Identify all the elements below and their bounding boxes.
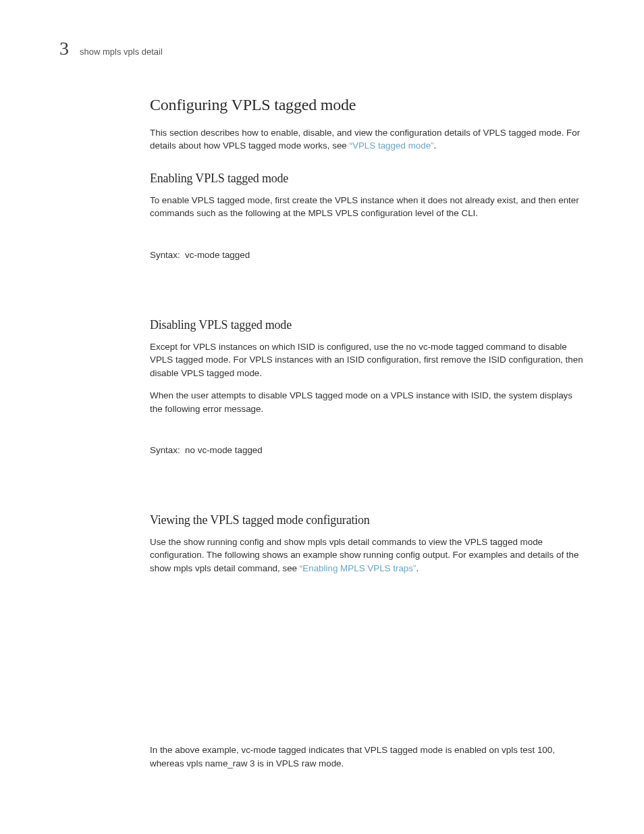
viewing-title: Viewing the VPLS tagged mode configurati… — [150, 513, 585, 527]
chapter-number: 3 — [59, 38, 69, 59]
vpls-tagged-mode-link[interactable]: “VPLS tagged mode” — [350, 140, 434, 151]
section-intro: This section describes how to enable, di… — [150, 126, 585, 153]
enabling-para: To enable VPLS tagged mode, first create… — [150, 194, 585, 220]
enabling-syntax: Syntax: vc-mode tagged — [150, 250, 585, 260]
disabling-para-2: When the user attempts to disable VPLS t… — [150, 389, 585, 415]
disabling-para-1: Except for VPLS instances on which ISID … — [150, 340, 585, 380]
enabling-title: Enabling VPLS tagged mode — [150, 172, 585, 186]
viewing-para: Use the show running config and show mpl… — [150, 536, 585, 575]
running-head: show mpls vpls detail — [80, 47, 163, 57]
section-title: Configuring VPLS tagged mode — [150, 96, 585, 114]
disabling-title: Disabling VPLS tagged mode — [150, 318, 585, 332]
page-header: 3 show mpls vpls detail — [59, 38, 585, 59]
example-note: In the above example, vc-mode tagged ind… — [150, 744, 585, 770]
disabling-syntax: Syntax: no vc-mode tagged — [150, 445, 585, 455]
enabling-mpls-vpls-traps-link[interactable]: “Enabling MPLS VPLS traps” — [300, 563, 417, 573]
intro-text-post: . — [434, 140, 437, 151]
viewing-text-post: . — [416, 563, 419, 573]
